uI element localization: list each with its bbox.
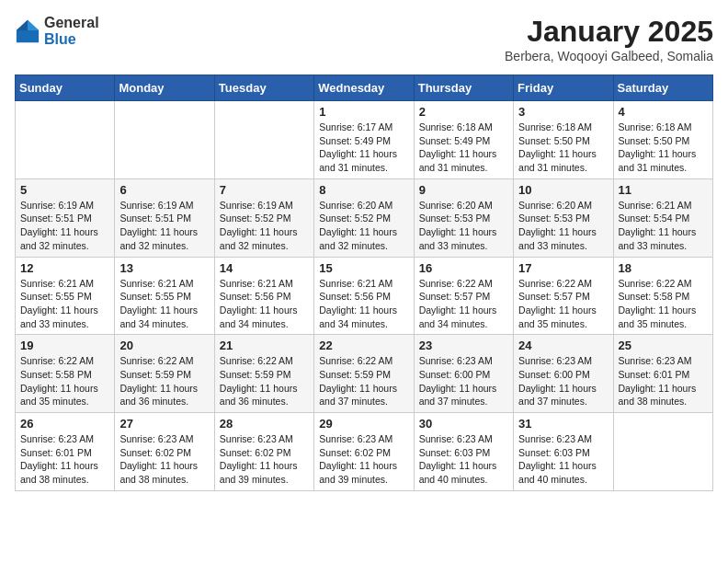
day-number: 27 bbox=[119, 417, 209, 431]
calendar-week-row: 12Sunrise: 6:21 AMSunset: 5:55 PMDayligh… bbox=[16, 257, 713, 335]
sunrise-text: Sunrise: 6:23 AM bbox=[319, 433, 392, 444]
calendar-cell: 18Sunrise: 6:22 AMSunset: 5:58 PMDayligh… bbox=[613, 257, 712, 335]
sunset-text: Sunset: 5:55 PM bbox=[119, 291, 191, 302]
calendar-cell: 2Sunrise: 6:18 AMSunset: 5:49 PMDaylight… bbox=[414, 101, 513, 179]
sunrise-text: Sunrise: 6:22 AM bbox=[619, 278, 692, 289]
logo-blue: Blue bbox=[44, 31, 99, 48]
cell-info: Sunrise: 6:23 AMSunset: 6:03 PMDaylight:… bbox=[518, 432, 608, 487]
daylight-text: Daylight: 11 hours and 40 minutes. bbox=[518, 460, 597, 485]
sunrise-text: Sunrise: 6:22 AM bbox=[220, 355, 293, 366]
day-number: 22 bbox=[319, 339, 408, 352]
calendar-cell: 22Sunrise: 6:22 AMSunset: 5:59 PMDayligh… bbox=[314, 335, 414, 413]
sunrise-text: Sunrise: 6:21 AM bbox=[319, 278, 392, 289]
cell-info: Sunrise: 6:23 AMSunset: 6:02 PMDaylight:… bbox=[319, 432, 408, 487]
calendar-cell: 20Sunrise: 6:22 AMSunset: 5:59 PMDayligh… bbox=[115, 335, 214, 413]
daylight-text: Daylight: 11 hours and 34 minutes. bbox=[119, 304, 198, 329]
sunrise-text: Sunrise: 6:18 AM bbox=[419, 121, 493, 132]
daylight-text: Daylight: 11 hours and 31 minutes. bbox=[319, 148, 397, 173]
sunrise-text: Sunrise: 6:23 AM bbox=[419, 433, 493, 444]
calendar-cell: 11Sunrise: 6:21 AMSunset: 5:54 PMDayligh… bbox=[613, 178, 712, 257]
calendar-cell: 1Sunrise: 6:17 AMSunset: 5:49 PMDaylight… bbox=[314, 101, 414, 179]
calendar-cell: 31Sunrise: 6:23 AMSunset: 6:03 PMDayligh… bbox=[514, 413, 613, 491]
day-number: 25 bbox=[619, 339, 708, 352]
cell-info: Sunrise: 6:22 AMSunset: 5:59 PMDaylight:… bbox=[220, 354, 309, 408]
sunrise-text: Sunrise: 6:21 AM bbox=[220, 278, 293, 289]
day-number: 1 bbox=[319, 105, 408, 119]
daylight-text: Daylight: 11 hours and 34 minutes. bbox=[319, 304, 397, 329]
day-number: 20 bbox=[119, 339, 209, 352]
sunrise-text: Sunrise: 6:18 AM bbox=[619, 121, 692, 132]
calendar-cell bbox=[115, 101, 214, 179]
cell-info: Sunrise: 6:19 AMSunset: 5:51 PMDaylight:… bbox=[20, 199, 109, 253]
sunset-text: Sunset: 6:00 PM bbox=[419, 369, 491, 380]
sunset-text: Sunset: 5:59 PM bbox=[119, 369, 191, 380]
sunrise-text: Sunrise: 6:23 AM bbox=[518, 433, 592, 444]
sunrise-text: Sunrise: 6:23 AM bbox=[419, 355, 493, 366]
calendar-cell: 19Sunrise: 6:22 AMSunset: 5:58 PMDayligh… bbox=[16, 335, 115, 413]
sunset-text: Sunset: 5:52 PM bbox=[220, 213, 291, 224]
sunrise-text: Sunrise: 6:22 AM bbox=[119, 355, 193, 366]
cell-info: Sunrise: 6:22 AMSunset: 5:58 PMDaylight:… bbox=[20, 354, 109, 408]
sunrise-text: Sunrise: 6:19 AM bbox=[220, 200, 293, 211]
sunrise-text: Sunrise: 6:22 AM bbox=[20, 355, 94, 366]
daylight-text: Daylight: 11 hours and 37 minutes. bbox=[419, 383, 497, 408]
daylight-text: Daylight: 11 hours and 36 minutes. bbox=[220, 383, 298, 408]
sunrise-text: Sunrise: 6:21 AM bbox=[119, 278, 193, 289]
daylight-text: Daylight: 11 hours and 32 minutes. bbox=[220, 226, 298, 251]
calendar-cell: 21Sunrise: 6:22 AMSunset: 5:59 PMDayligh… bbox=[214, 335, 313, 413]
cell-info: Sunrise: 6:18 AMSunset: 5:49 PMDaylight:… bbox=[419, 121, 508, 175]
day-number: 23 bbox=[419, 339, 508, 352]
calendar-cell: 27Sunrise: 6:23 AMSunset: 6:02 PMDayligh… bbox=[115, 413, 214, 491]
day-number: 10 bbox=[518, 183, 608, 197]
cell-info: Sunrise: 6:17 AMSunset: 5:49 PMDaylight:… bbox=[319, 121, 408, 175]
daylight-text: Daylight: 11 hours and 34 minutes. bbox=[419, 304, 497, 329]
weekday-header-row: SundayMondayTuesdayWednesdayThursdayFrid… bbox=[16, 75, 713, 101]
sunset-text: Sunset: 5:54 PM bbox=[619, 213, 690, 224]
day-number: 9 bbox=[419, 183, 508, 197]
cell-info: Sunrise: 6:19 AMSunset: 5:51 PMDaylight:… bbox=[119, 199, 209, 253]
cell-info: Sunrise: 6:23 AMSunset: 6:01 PMDaylight:… bbox=[20, 432, 109, 487]
svg-marker-1 bbox=[28, 19, 39, 29]
daylight-text: Daylight: 11 hours and 38 minutes. bbox=[20, 460, 98, 485]
day-number: 16 bbox=[419, 261, 508, 275]
daylight-text: Daylight: 11 hours and 33 minutes. bbox=[518, 226, 597, 251]
calendar-cell: 6Sunrise: 6:19 AMSunset: 5:51 PMDaylight… bbox=[115, 178, 214, 257]
day-number: 2 bbox=[419, 105, 508, 119]
cell-info: Sunrise: 6:22 AMSunset: 5:58 PMDaylight:… bbox=[619, 277, 708, 331]
calendar-cell: 30Sunrise: 6:23 AMSunset: 6:03 PMDayligh… bbox=[414, 413, 513, 491]
cell-info: Sunrise: 6:22 AMSunset: 5:57 PMDaylight:… bbox=[518, 277, 608, 331]
sunset-text: Sunset: 6:02 PM bbox=[220, 447, 291, 458]
sunset-text: Sunset: 5:58 PM bbox=[619, 291, 690, 302]
cell-info: Sunrise: 6:21 AMSunset: 5:55 PMDaylight:… bbox=[20, 277, 109, 331]
daylight-text: Daylight: 11 hours and 40 minutes. bbox=[419, 460, 497, 485]
daylight-text: Daylight: 11 hours and 35 minutes. bbox=[20, 383, 98, 408]
calendar-cell: 16Sunrise: 6:22 AMSunset: 5:57 PMDayligh… bbox=[414, 257, 513, 335]
calendar-cell: 25Sunrise: 6:23 AMSunset: 6:01 PMDayligh… bbox=[613, 335, 712, 413]
cell-info: Sunrise: 6:20 AMSunset: 5:52 PMDaylight:… bbox=[319, 199, 408, 253]
calendar-cell: 4Sunrise: 6:18 AMSunset: 5:50 PMDaylight… bbox=[613, 101, 712, 179]
sunset-text: Sunset: 5:50 PM bbox=[619, 135, 690, 146]
sunset-text: Sunset: 5:49 PM bbox=[419, 135, 491, 146]
calendar-cell: 26Sunrise: 6:23 AMSunset: 6:01 PMDayligh… bbox=[16, 413, 115, 491]
sunrise-text: Sunrise: 6:20 AM bbox=[319, 200, 392, 211]
sunset-text: Sunset: 5:50 PM bbox=[518, 135, 590, 146]
day-number: 19 bbox=[20, 339, 109, 352]
calendar-cell: 12Sunrise: 6:21 AMSunset: 5:55 PMDayligh… bbox=[16, 257, 115, 335]
calendar-cell: 17Sunrise: 6:22 AMSunset: 5:57 PMDayligh… bbox=[514, 257, 613, 335]
day-number: 15 bbox=[319, 261, 408, 275]
daylight-text: Daylight: 11 hours and 38 minutes. bbox=[119, 460, 198, 485]
calendar-cell: 7Sunrise: 6:19 AMSunset: 5:52 PMDaylight… bbox=[214, 178, 313, 257]
calendar-cell: 15Sunrise: 6:21 AMSunset: 5:56 PMDayligh… bbox=[314, 257, 414, 335]
sunset-text: Sunset: 5:59 PM bbox=[319, 369, 391, 380]
cell-info: Sunrise: 6:20 AMSunset: 5:53 PMDaylight:… bbox=[419, 199, 508, 253]
day-number: 29 bbox=[319, 417, 408, 431]
daylight-text: Daylight: 11 hours and 34 minutes. bbox=[220, 304, 298, 329]
calendar-week-row: 19Sunrise: 6:22 AMSunset: 5:58 PMDayligh… bbox=[16, 335, 713, 413]
logo: General Blue bbox=[15, 15, 99, 47]
page-header: General Blue January 2025 Berbera, Woqoo… bbox=[15, 15, 713, 63]
sunset-text: Sunset: 6:02 PM bbox=[119, 447, 191, 458]
daylight-text: Daylight: 11 hours and 33 minutes. bbox=[20, 304, 98, 329]
daylight-text: Daylight: 11 hours and 33 minutes. bbox=[419, 226, 497, 251]
sunset-text: Sunset: 6:02 PM bbox=[319, 447, 391, 458]
calendar-cell: 29Sunrise: 6:23 AMSunset: 6:02 PMDayligh… bbox=[314, 413, 414, 491]
